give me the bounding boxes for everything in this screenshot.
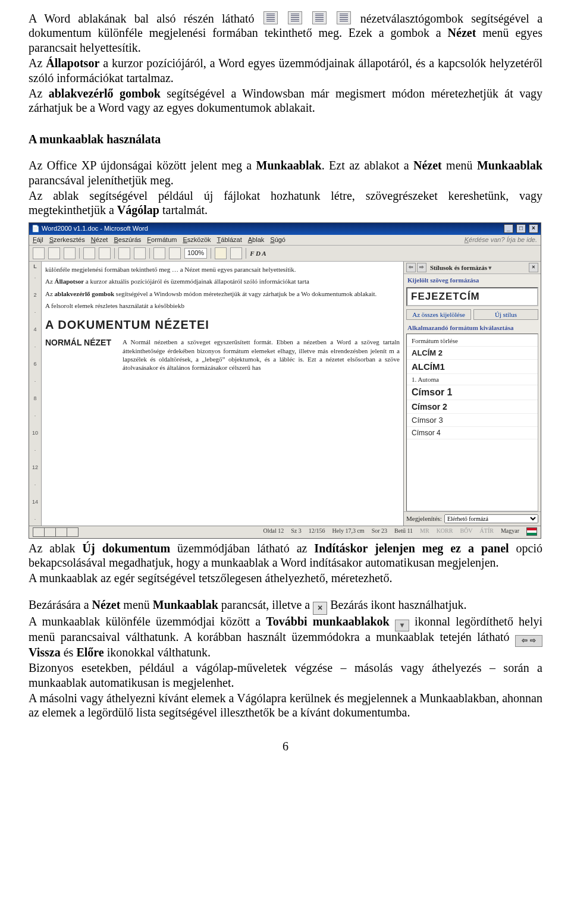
paragraph-statusbar: Az Állapotsor a kurzor pozíciójáról, a W… [29, 56, 542, 85]
back-forward-icon: ⇦ ⇨ [515, 635, 542, 647]
view-normal-icon [263, 11, 278, 24]
view-print-icon[interactable] [56, 527, 67, 537]
task-pane-footer: Megjelenítés: Elérhető formázá [404, 511, 541, 526]
text: a kurzor pozíciójáról, a Word egyes üzem… [29, 56, 542, 84]
status-lang: Magyar [501, 527, 519, 537]
menu-edit[interactable]: Szerkesztés [49, 236, 85, 244]
style-item[interactable]: Címsor 3 [407, 414, 538, 427]
close-icon[interactable]: × [529, 224, 538, 233]
style-item[interactable]: ALCÍM1 [407, 360, 538, 374]
menu-format[interactable]: Formátum [147, 236, 177, 244]
select-all-button[interactable]: Az összes kijelölése [406, 309, 471, 320]
style-item[interactable]: 1. Automa [407, 374, 538, 385]
view-outline-icon [337, 11, 351, 24]
status-atir: ÁTÍR [480, 527, 494, 537]
zoom-dropdown[interactable]: 100% [184, 248, 207, 258]
view-outline-icon[interactable] [67, 527, 79, 537]
status-col: Betű 11 [394, 527, 413, 537]
standard-toolbar: 100% F D A [29, 246, 541, 262]
status-bar: Oldal 12 Sz 3 12/156 Hely 17,3 cm Sor 23… [29, 526, 541, 538]
document-area[interactable]: különféle megjelenési formában tekinthet… [42, 262, 403, 526]
bold: További munkaablakok [266, 615, 389, 628]
style-item[interactable]: Formátum törlése [407, 335, 538, 347]
menu-help[interactable]: Súgó [270, 236, 286, 244]
back-icon[interactable]: ⇦ [406, 263, 416, 272]
t: Kijelölt szöveg formázása [407, 276, 479, 284]
separator [211, 248, 211, 259]
status-korr: KORR [437, 527, 453, 537]
t: Alkalmazandó formátum kiválasztása [407, 324, 513, 331]
current-style-box[interactable]: FEJEZETCÍM [406, 287, 538, 306]
task-pane-title: Stílusok és formázás [430, 264, 487, 271]
t: segítségével a Windowsb módon méretezhet… [114, 290, 377, 297]
style-item[interactable]: Címsor 4 [407, 427, 538, 439]
footer-label: Megjelenítés: [406, 515, 442, 522]
bold: Nézet [448, 26, 476, 39]
menu-table[interactable]: Táblázat [217, 236, 242, 244]
menu-view[interactable]: Nézet [91, 236, 108, 244]
view-normal-icon[interactable] [33, 527, 45, 537]
text: A munkaablak különféle üzemmódjai között… [29, 615, 266, 628]
text: tartalmát. [159, 203, 208, 216]
menu-window[interactable]: Ablak [248, 236, 265, 244]
doc-p5: A Normál nézetben a szöveget egyszerűsít… [123, 338, 400, 372]
window-controls: _ □ × [503, 224, 538, 233]
menu-file[interactable]: Fájl [33, 236, 43, 244]
minimize-icon[interactable]: _ [504, 224, 513, 233]
view-web-icon[interactable] [45, 527, 56, 537]
bold: Vissza [29, 646, 61, 659]
heading-task-pane: A munkaablak használata [29, 132, 542, 146]
close-icon[interactable]: × [529, 263, 538, 272]
bold: Előre [76, 646, 103, 659]
window-title: 📄 Word2000 v1.1.doc - Microsoft Word [32, 225, 148, 232]
status-bov: BŐV [460, 527, 472, 537]
task-pane-header: ⇦ ⇨ Stílusok és formázás ▾ × [404, 262, 541, 274]
menu-insert[interactable]: Beszúrás [114, 236, 141, 244]
table-icon[interactable] [153, 247, 165, 259]
text: és [61, 646, 77, 659]
print-icon[interactable] [83, 247, 95, 259]
text: Az ablak [29, 542, 83, 555]
text: Az [29, 56, 46, 70]
display-select[interactable]: Elérhető formázá [444, 514, 538, 523]
separator [114, 248, 115, 259]
text: Az Office XP újdonságai között jelent me… [29, 159, 256, 172]
paragraph-window-controls: Az ablakvezérlő gombok segítségével a Wi… [29, 86, 542, 115]
text: ikonokkal válthatunk. [104, 646, 211, 659]
dropdown-icon: ▾ [395, 620, 409, 631]
dropdown-icon[interactable]: ▾ [488, 264, 492, 272]
forward-icon[interactable]: ⇨ [417, 263, 426, 272]
maximize-icon[interactable]: □ [516, 224, 526, 233]
paragraph-task-pane-use: Az ablak segítségével például új fájloka… [29, 188, 542, 218]
doc-heading-1: A DOKUMENTUM NÉZETEI [45, 318, 400, 332]
style-item[interactable]: ALCÍM 2 [407, 347, 538, 360]
bold-italic-underline[interactable]: F D A [250, 250, 266, 257]
new-icon[interactable] [33, 247, 45, 259]
style-list[interactable]: Formátum törléseALCÍM 2ALCÍM11. AutomaCí… [406, 334, 538, 511]
separator [79, 248, 80, 259]
open-icon[interactable] [48, 247, 60, 259]
paragraph-icon[interactable] [169, 247, 181, 259]
redo-icon[interactable] [134, 247, 146, 259]
doc-p4: A felsorolt elemek részletes használatát… [45, 301, 400, 310]
separator [246, 248, 246, 259]
paragraph-view-buttons: A Word ablakának bal alsó részén látható… [29, 10, 542, 55]
save-icon[interactable] [64, 247, 76, 259]
ask-box[interactable]: Kérdése van? Írja be ide. [465, 236, 537, 244]
undo-icon[interactable] [118, 247, 130, 259]
bold: Munkaablak [153, 598, 218, 611]
b: Állapotsor [55, 278, 84, 285]
t: Az [45, 290, 55, 297]
status-pages: 12/156 [309, 527, 325, 537]
styles-pane-icon[interactable] [215, 247, 227, 259]
bold: Vágólap [117, 203, 159, 216]
menu-tools[interactable]: Eszközök [183, 236, 211, 244]
new-style-button[interactable]: Új stílus [473, 309, 538, 320]
font-icon[interactable] [230, 247, 242, 259]
preview-icon[interactable] [99, 247, 111, 259]
paragraph-more-taskpanes: A munkaablak különféle üzemmódjai között… [29, 614, 542, 659]
text: parancsát, illetve a [218, 598, 313, 611]
style-item[interactable]: Címsor 2 [407, 400, 538, 414]
style-item[interactable]: Címsor 1 [407, 385, 538, 400]
status-section: Sz 3 [291, 527, 302, 537]
